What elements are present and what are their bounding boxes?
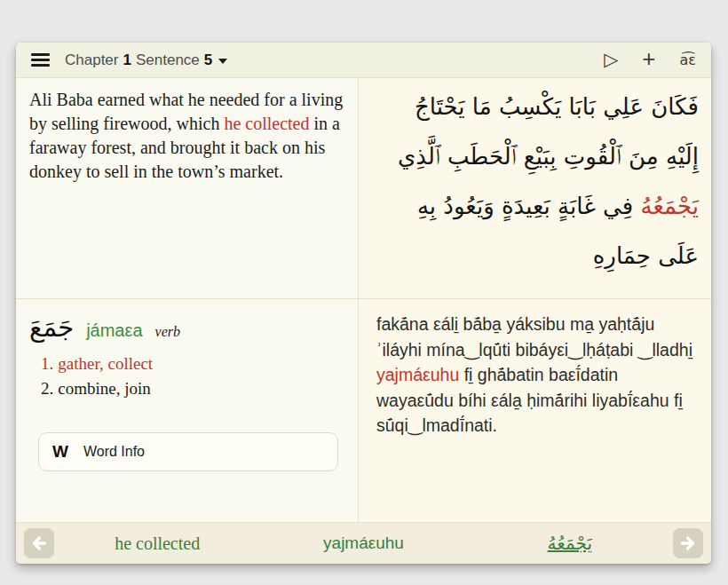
transliteration-highlighted-word[interactable]: yajmáεuhu [376, 365, 459, 384]
current-word-arabic-slot: يَجْمَعُهُ [467, 533, 673, 554]
app-window: Chapter 1 Sentence 5 ▷ + a͡ε Ali Baba ea… [16, 43, 711, 564]
sense-gloss: combine, join [58, 379, 150, 398]
word-navigation-bar: he collected yajmáεuhu يَجْمَعُهُ [16, 522, 711, 564]
sense-list: 1.gather, collect 2.combine, join [29, 352, 345, 401]
transliteration-panel: fakā́na εáli̱ bā́ba̱ yáksibu ma̱ yaḥtā́j… [359, 299, 711, 522]
chapter-label: Chapter [65, 51, 118, 69]
arrow-left-icon [30, 534, 48, 552]
sense-item: 2.combine, join [41, 376, 345, 401]
main-content: Ali Baba earned what he needed for a liv… [16, 78, 711, 522]
transliteration-toggle-icon[interactable]: a͡ε [680, 53, 696, 67]
play-icon[interactable]: ▷ [604, 51, 618, 69]
current-word-transliteration: yajmáεuhu [323, 534, 404, 552]
arrow-right-icon [679, 534, 697, 552]
arabic-sentence-panel: فَكَانَ عَلِي بَابَا يَكْسِبُ مَا يَحْتَ… [359, 78, 711, 299]
chevron-down-icon [218, 59, 227, 64]
next-word-button[interactable] [673, 528, 703, 558]
previous-word-button[interactable] [24, 528, 54, 558]
transliteration-text-before: fakā́na εáli̱ bā́ba̱ yáksibu ma̱ yaḥtā́j… [376, 314, 692, 360]
word-info-icon: W [52, 442, 68, 462]
translation-highlighted-word[interactable]: he collected [224, 114, 309, 133]
sentence-number: 5 [204, 51, 212, 69]
current-word-translit-slot: yajmáεuhu [260, 534, 466, 553]
definition-header: جَمَعَ jámaεa verb [29, 312, 345, 343]
definition-arabic-word: جَمَعَ [29, 312, 74, 343]
translation-panel: Ali Baba earned what he needed for a liv… [16, 78, 359, 299]
sense-gloss: gather, collect [58, 354, 153, 373]
sense-number: 1. [41, 354, 53, 373]
arabic-text-before: فَكَانَ عَلِي بَابَا يَكْسِبُ مَا يَحْتَ… [398, 93, 699, 170]
current-word-english-slot: he collected [54, 534, 260, 554]
sentence-label: Sentence [136, 51, 200, 69]
arabic-highlighted-word[interactable]: يَجْمَعُهُ [640, 193, 699, 219]
menu-icon[interactable] [31, 53, 50, 67]
word-info-button[interactable]: W Word Info [38, 432, 338, 471]
current-word-arabic: يَجْمَعُهُ [548, 533, 592, 554]
sense-number: 2. [41, 379, 53, 398]
word-info-label: Word Info [83, 444, 145, 460]
chapter-number: 1 [123, 51, 131, 69]
chapter-sentence-selector[interactable]: Chapter 1 Sentence 5 [65, 51, 227, 69]
add-icon[interactable]: + [642, 47, 655, 70]
toolbar: Chapter 1 Sentence 5 ▷ + a͡ε [16, 43, 711, 78]
sense-item: 1.gather, collect [41, 352, 345, 376]
definition-panel: جَمَعَ jámaεa verb 1.gather, collect 2.c… [16, 299, 359, 522]
definition-transliteration: jámaεa [86, 320, 142, 341]
current-word-english: he collected [115, 534, 200, 553]
part-of-speech-label: verb [155, 324, 180, 340]
